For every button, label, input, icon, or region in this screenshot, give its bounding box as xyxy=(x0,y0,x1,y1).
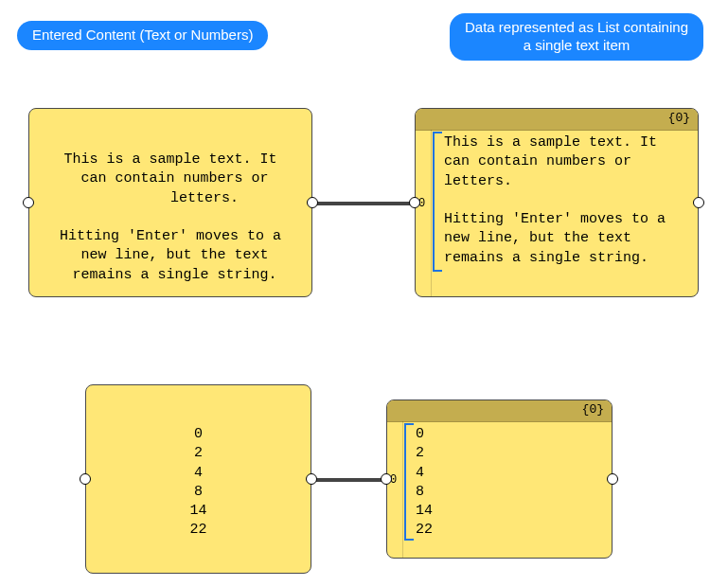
wire-top xyxy=(312,202,417,205)
panel-list-numbers-gutter xyxy=(402,421,403,558)
panel-list-text-bracket xyxy=(433,132,442,272)
panel-list-numbers-bracket xyxy=(404,423,414,541)
panel-list-numbers-content: 0 2 4 8 14 22 xyxy=(416,425,604,541)
label-left: Entered Content (Text or Numbers) xyxy=(17,21,268,50)
panel-list-numbers[interactable]: {0} 0 0 2 4 8 14 22 xyxy=(386,400,613,559)
panel-entered-numbers[interactable]: 0 2 4 8 14 22 xyxy=(85,384,311,574)
port-out-top-right[interactable] xyxy=(693,197,704,208)
panel-entered-numbers-content: 0 2 4 8 14 22 xyxy=(86,425,311,541)
port-out-bottom-right[interactable] xyxy=(607,473,618,485)
panel-list-text-header: {0} xyxy=(416,109,698,131)
panel-entered-text[interactable]: This is a sample text. It can contain nu… xyxy=(28,108,312,297)
panel-list-numbers-path: {0} xyxy=(582,402,604,417)
port-in-bottom-right[interactable] xyxy=(381,473,392,485)
port-out-bottom-left[interactable] xyxy=(306,473,317,485)
panel-list-text-content: This is a sample text. It can contain nu… xyxy=(444,133,690,268)
panel-entered-text-content: This is a sample text. It can contain nu… xyxy=(29,151,311,285)
panel-list-numbers-header: {0} xyxy=(387,400,612,422)
port-in-top-left[interactable] xyxy=(23,197,34,208)
panel-list-text-gutter xyxy=(431,130,432,296)
port-out-top-left[interactable] xyxy=(307,197,318,208)
label-right: Data represented as List containing a si… xyxy=(450,13,703,61)
port-in-bottom-left[interactable] xyxy=(80,473,91,485)
wire-bottom xyxy=(312,478,388,482)
panel-list-text[interactable]: {0} 0 This is a sample text. It can cont… xyxy=(415,108,699,297)
panel-list-text-path: {0} xyxy=(668,111,690,125)
port-in-top-right[interactable] xyxy=(409,197,420,208)
